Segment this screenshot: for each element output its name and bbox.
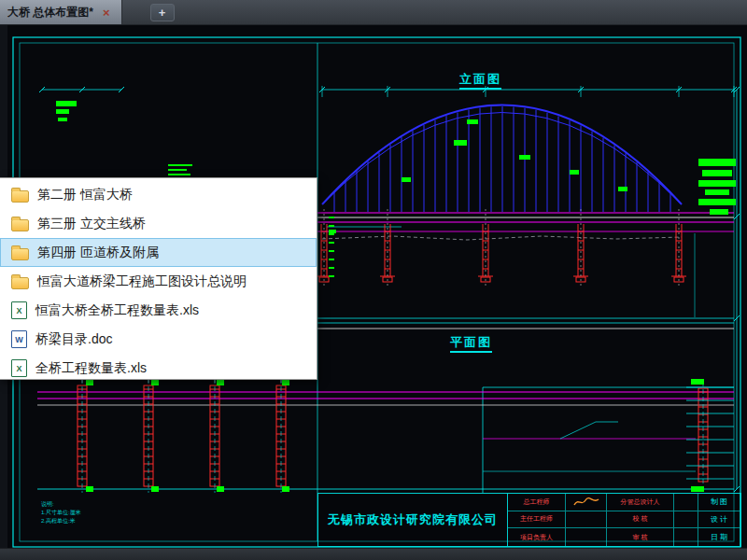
title-block-cell [566, 511, 607, 529]
title-block-cell: 分管总设计人 [607, 494, 674, 511]
folder-icon [11, 190, 29, 203]
signature-cell [566, 494, 607, 511]
title-block-cell: 总工程师 [508, 494, 566, 511]
title-block-cell: 项目负责人 [508, 528, 566, 546]
new-tab-button[interactable]: + [150, 4, 175, 21]
title-block-cell: 设 计 [698, 511, 740, 529]
list-item-selected[interactable]: 第四册 匝道桥及附属 [0, 238, 317, 267]
tab-drawing[interactable]: 大桥 总体布置图* × [0, 0, 122, 24]
excel-file-icon: X [11, 301, 27, 319]
list-item-label: 第二册 恒富大桥 [37, 187, 133, 203]
tab-bar: 大桥 总体布置图* × + [0, 0, 747, 25]
drawing-notes: 说明: 1.尺寸单位:厘米 2.高程单位:米 [41, 500, 81, 525]
list-item-label: 恒富大桥全桥工程数量表.xls [35, 302, 199, 319]
tab-title: 大桥 总体布置图* [7, 5, 93, 21]
list-item-label: 第四册 匝道桥及附属 [37, 245, 159, 261]
title-block: 无锡市政设计研究院有限公司 总工程师 分管总设计人 制 图 主任工程师 校 核 … [317, 493, 741, 547]
excel-file-icon: X [11, 359, 27, 377]
list-item[interactable]: 恒富大道桥梁工程施工图设计总说明 [0, 267, 317, 296]
folder-icon [11, 277, 29, 289]
folder-icon [11, 248, 29, 260]
word-file-icon: W [11, 330, 27, 348]
company-name: 无锡市政设计研究院有限公司 [318, 494, 508, 546]
note-line: 1.尺寸单位:厘米 [41, 509, 81, 517]
list-item-label: 恒富大道桥梁工程施工图设计总说明 [37, 273, 247, 290]
close-icon[interactable]: × [101, 7, 112, 19]
title-block-cell [674, 511, 698, 529]
title-block-table: 总工程师 分管总设计人 制 图 主任工程师 校 核 设 计 项目负责人 审 核 … [508, 494, 740, 546]
title-block-cell [674, 528, 698, 546]
note-line: 2.高程单位:米 [41, 517, 81, 525]
title-block-cell: 日 期 [698, 528, 740, 546]
note-line: 说明: [41, 500, 81, 509]
list-item[interactable]: X 全桥工程数量表.xls [0, 354, 317, 380]
title-block-cell: 主任工程师 [508, 511, 566, 529]
list-item[interactable]: W 桥梁目录.doc [0, 325, 317, 354]
list-item[interactable]: 第二册 恒富大桥 [0, 180, 317, 209]
list-item-label: 第三册 立交主线桥 [37, 216, 146, 232]
app-window: { "window": { "tab_title": "大桥 总体布置图*", … [0, 0, 747, 560]
elevation-view-label: 立面图 [459, 73, 501, 90]
title-block-cell: 制 图 [698, 494, 740, 511]
list-item[interactable]: X 恒富大桥全桥工程数量表.xls [0, 296, 317, 325]
signature-scribble [572, 496, 600, 509]
list-item-label: 全桥工程数量表.xls [35, 360, 147, 377]
list-item-label: 桥梁目录.doc [35, 331, 112, 348]
title-block-cell [566, 528, 607, 546]
plan-view-label: 平面图 [450, 336, 492, 353]
title-block-cell: 校 核 [607, 511, 674, 529]
title-block-cell [674, 494, 698, 511]
status-bar [0, 548, 747, 560]
folder-icon [11, 219, 29, 231]
file-list-popup: 第二册 恒富大桥 第三册 立交主线桥 第四册 匝道桥及附属 恒富大道桥梁工程施工… [0, 177, 317, 380]
title-block-cell: 审 核 [607, 528, 674, 546]
list-item[interactable]: 第三册 立交主线桥 [0, 209, 317, 238]
